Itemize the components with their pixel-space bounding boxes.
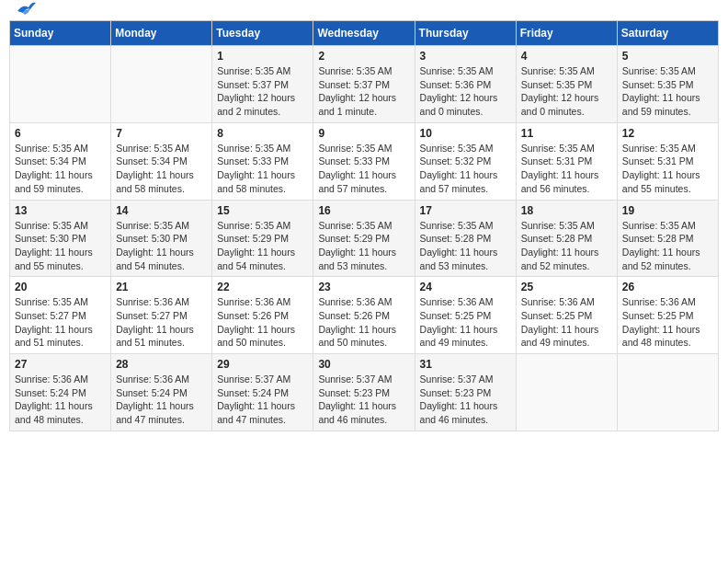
day-number: 9 <box>318 127 409 140</box>
day-number: 16 <box>318 204 409 217</box>
calendar-cell: 6Sunrise: 5:35 AM Sunset: 5:34 PM Daylig… <box>10 122 111 200</box>
day-number: 21 <box>116 281 207 293</box>
calendar-header: SundayMondayTuesdayWednesdayThursdayFrid… <box>10 21 719 46</box>
calendar-cell: 8Sunrise: 5:35 AM Sunset: 5:33 PM Daylig… <box>212 122 313 200</box>
day-detail: Sunrise: 5:35 AM Sunset: 5:28 PM Dayligh… <box>622 219 713 273</box>
day-number: 8 <box>217 127 308 140</box>
day-detail: Sunrise: 5:36 AM Sunset: 5:26 PM Dayligh… <box>217 295 308 350</box>
calendar-cell: 5Sunrise: 5:35 AM Sunset: 5:35 PM Daylig… <box>617 46 718 123</box>
day-detail: Sunrise: 5:35 AM Sunset: 5:28 PM Dayligh… <box>521 219 612 273</box>
day-number: 17 <box>420 204 511 217</box>
day-detail: Sunrise: 5:35 AM Sunset: 5:33 PM Dayligh… <box>217 142 308 196</box>
calendar-cell: 9Sunrise: 5:35 AM Sunset: 5:33 PM Daylig… <box>313 122 415 200</box>
day-detail: Sunrise: 5:35 AM Sunset: 5:37 PM Dayligh… <box>217 64 308 119</box>
day-number: 18 <box>521 204 612 217</box>
day-detail: Sunrise: 5:36 AM Sunset: 5:24 PM Dayligh… <box>15 373 106 427</box>
day-number: 24 <box>420 281 511 293</box>
weekday-header-saturday: Saturday <box>617 21 718 46</box>
calendar-cell: 19Sunrise: 5:35 AM Sunset: 5:28 PM Dayli… <box>617 200 718 277</box>
calendar-cell: 28Sunrise: 5:36 AM Sunset: 5:24 PM Dayli… <box>111 354 212 431</box>
day-detail: Sunrise: 5:36 AM Sunset: 5:26 PM Dayligh… <box>318 295 409 350</box>
weekday-header-tuesday: Tuesday <box>212 21 313 46</box>
calendar-cell: 14Sunrise: 5:35 AM Sunset: 5:30 PM Dayli… <box>111 200 212 277</box>
day-number: 13 <box>15 204 106 217</box>
day-number: 5 <box>622 50 713 63</box>
weekday-header-monday: Monday <box>111 21 212 46</box>
calendar-cell: 10Sunrise: 5:35 AM Sunset: 5:32 PM Dayli… <box>415 122 516 200</box>
weekday-header-row: SundayMondayTuesdayWednesdayThursdayFrid… <box>10 21 719 46</box>
day-number: 10 <box>420 127 511 140</box>
day-number: 14 <box>116 204 207 217</box>
day-detail: Sunrise: 5:35 AM Sunset: 5:27 PM Dayligh… <box>15 295 106 350</box>
day-number: 19 <box>622 204 713 217</box>
day-number: 27 <box>15 358 106 371</box>
calendar-cell: 26Sunrise: 5:36 AM Sunset: 5:25 PM Dayli… <box>617 277 718 354</box>
weekday-header-wednesday: Wednesday <box>313 21 415 46</box>
day-detail: Sunrise: 5:35 AM Sunset: 5:34 PM Dayligh… <box>116 142 207 196</box>
day-detail: Sunrise: 5:36 AM Sunset: 5:27 PM Dayligh… <box>116 295 207 350</box>
calendar-cell: 22Sunrise: 5:36 AM Sunset: 5:26 PM Dayli… <box>212 277 313 354</box>
day-number: 26 <box>622 281 713 293</box>
day-number: 12 <box>622 127 713 140</box>
day-number: 22 <box>217 281 308 293</box>
calendar-cell: 20Sunrise: 5:35 AM Sunset: 5:27 PM Dayli… <box>10 277 111 354</box>
day-number: 25 <box>521 281 612 293</box>
day-detail: Sunrise: 5:37 AM Sunset: 5:23 PM Dayligh… <box>420 373 511 427</box>
calendar-cell: 24Sunrise: 5:36 AM Sunset: 5:25 PM Dayli… <box>415 277 516 354</box>
calendar-cell: 18Sunrise: 5:35 AM Sunset: 5:28 PM Dayli… <box>516 200 617 277</box>
calendar-cell: 3Sunrise: 5:35 AM Sunset: 5:36 PM Daylig… <box>415 46 516 123</box>
calendar-cell: 13Sunrise: 5:35 AM Sunset: 5:30 PM Dayli… <box>10 200 111 277</box>
calendar-week-row: 20Sunrise: 5:35 AM Sunset: 5:27 PM Dayli… <box>10 277 719 354</box>
weekday-header-sunday: Sunday <box>10 21 111 46</box>
day-detail: Sunrise: 5:35 AM Sunset: 5:34 PM Dayligh… <box>15 142 106 196</box>
day-detail: Sunrise: 5:35 AM Sunset: 5:37 PM Dayligh… <box>318 64 409 119</box>
day-detail: Sunrise: 5:35 AM Sunset: 5:31 PM Dayligh… <box>521 142 612 196</box>
weekday-header-thursday: Thursday <box>415 21 516 46</box>
day-number: 7 <box>116 127 207 140</box>
day-detail: Sunrise: 5:35 AM Sunset: 5:31 PM Dayligh… <box>622 142 713 196</box>
day-detail: Sunrise: 5:35 AM Sunset: 5:36 PM Dayligh… <box>420 64 511 119</box>
bird-icon <box>16 2 36 18</box>
day-number: 23 <box>318 281 409 293</box>
day-number: 20 <box>15 281 106 293</box>
calendar-cell: 27Sunrise: 5:36 AM Sunset: 5:24 PM Dayli… <box>10 354 111 431</box>
day-number: 15 <box>217 204 308 217</box>
calendar-cell: 12Sunrise: 5:35 AM Sunset: 5:31 PM Dayli… <box>617 122 718 200</box>
weekday-header-friday: Friday <box>516 21 617 46</box>
calendar-week-row: 1Sunrise: 5:35 AM Sunset: 5:37 PM Daylig… <box>10 46 719 123</box>
calendar-cell: 29Sunrise: 5:37 AM Sunset: 5:24 PM Dayli… <box>212 354 313 431</box>
calendar-cell: 1Sunrise: 5:35 AM Sunset: 5:37 PM Daylig… <box>212 46 313 123</box>
day-detail: Sunrise: 5:35 AM Sunset: 5:33 PM Dayligh… <box>318 142 409 196</box>
calendar-cell: 30Sunrise: 5:37 AM Sunset: 5:23 PM Dayli… <box>313 354 415 431</box>
day-number: 28 <box>116 358 207 371</box>
calendar-cell: 15Sunrise: 5:35 AM Sunset: 5:29 PM Dayli… <box>212 200 313 277</box>
calendar-cell: 7Sunrise: 5:35 AM Sunset: 5:34 PM Daylig… <box>111 122 212 200</box>
day-detail: Sunrise: 5:35 AM Sunset: 5:30 PM Dayligh… <box>116 219 207 273</box>
day-detail: Sunrise: 5:35 AM Sunset: 5:29 PM Dayligh… <box>217 219 308 273</box>
calendar-cell: 23Sunrise: 5:36 AM Sunset: 5:26 PM Dayli… <box>313 277 415 354</box>
calendar-cell: 25Sunrise: 5:36 AM Sunset: 5:25 PM Dayli… <box>516 277 617 354</box>
day-detail: Sunrise: 5:35 AM Sunset: 5:29 PM Dayligh… <box>318 219 409 273</box>
day-number: 6 <box>15 127 106 140</box>
calendar-cell: 4Sunrise: 5:35 AM Sunset: 5:35 PM Daylig… <box>516 46 617 123</box>
calendar-cell <box>617 354 718 431</box>
day-detail: Sunrise: 5:36 AM Sunset: 5:24 PM Dayligh… <box>116 373 207 427</box>
day-detail: Sunrise: 5:35 AM Sunset: 5:28 PM Dayligh… <box>420 219 511 273</box>
day-number: 30 <box>318 358 409 371</box>
logo <box>13 9 36 13</box>
calendar-week-row: 13Sunrise: 5:35 AM Sunset: 5:30 PM Dayli… <box>10 200 719 277</box>
day-detail: Sunrise: 5:37 AM Sunset: 5:24 PM Dayligh… <box>217 373 308 427</box>
day-detail: Sunrise: 5:35 AM Sunset: 5:35 PM Dayligh… <box>622 64 713 119</box>
day-detail: Sunrise: 5:36 AM Sunset: 5:25 PM Dayligh… <box>622 295 713 350</box>
day-number: 31 <box>420 358 511 371</box>
calendar-cell: 17Sunrise: 5:35 AM Sunset: 5:28 PM Dayli… <box>415 200 516 277</box>
calendar-cell: 2Sunrise: 5:35 AM Sunset: 5:37 PM Daylig… <box>313 46 415 123</box>
day-detail: Sunrise: 5:37 AM Sunset: 5:23 PM Dayligh… <box>318 373 409 427</box>
day-number: 2 <box>318 50 409 63</box>
day-number: 1 <box>217 50 308 63</box>
calendar-cell: 11Sunrise: 5:35 AM Sunset: 5:31 PM Dayli… <box>516 122 617 200</box>
day-number: 29 <box>217 358 308 371</box>
calendar-cell <box>10 46 111 123</box>
calendar-week-row: 27Sunrise: 5:36 AM Sunset: 5:24 PM Dayli… <box>10 354 719 431</box>
calendar-body: 1Sunrise: 5:35 AM Sunset: 5:37 PM Daylig… <box>10 46 719 431</box>
